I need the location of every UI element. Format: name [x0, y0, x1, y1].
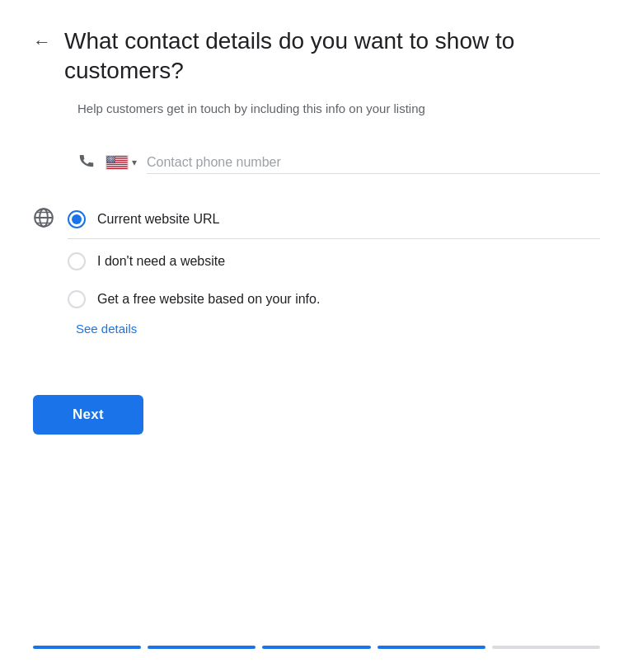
page-subtitle: Help customers get in touch by including… — [77, 100, 600, 119]
svg-point-36 — [114, 161, 115, 162]
svg-point-40 — [113, 162, 114, 162]
website-section: Current website URL I don't need a websi… — [33, 204, 600, 336]
svg-point-39 — [111, 162, 112, 162]
svg-point-14 — [107, 157, 108, 157]
progress-segment-3 — [262, 646, 370, 649]
svg-point-30 — [111, 159, 112, 160]
svg-rect-9 — [107, 165, 128, 166]
country-code-dropdown[interactable]: ▾ — [106, 155, 137, 170]
next-button[interactable]: Next — [33, 395, 143, 435]
svg-rect-10 — [107, 167, 128, 167]
radio-label-free-website: Get a free website based on your info. — [97, 292, 320, 307]
page-title: What contact details do you want to show… — [64, 26, 600, 87]
website-header-row: Current website URL I don't need a websi… — [33, 204, 600, 318]
radio-option-no-website[interactable]: I don't need a website — [68, 242, 600, 280]
svg-point-23 — [107, 158, 108, 159]
svg-rect-7 — [107, 163, 128, 164]
radio-label-current-url: Current website URL — [97, 212, 220, 227]
svg-point-15 — [109, 157, 110, 157]
radio-option-current-url[interactable]: Current website URL — [68, 204, 600, 239]
radio-no-website[interactable] — [68, 252, 86, 270]
progress-bar — [0, 646, 633, 672]
progress-segment-1 — [33, 646, 141, 649]
svg-point-24 — [109, 158, 110, 159]
svg-point-17 — [112, 157, 113, 157]
svg-rect-11 — [107, 167, 128, 168]
progress-segment-4 — [377, 646, 485, 649]
svg-point-33 — [109, 161, 110, 162]
svg-point-32 — [107, 161, 108, 162]
svg-point-34 — [110, 161, 111, 162]
phone-section: ▾ — [33, 151, 600, 174]
globe-icon — [33, 207, 54, 234]
see-details-link[interactable]: See details — [76, 322, 600, 336]
svg-point-31 — [113, 159, 114, 160]
header-row: ← What contact details do you want to sh… — [33, 26, 600, 87]
radio-options: Current website URL I don't need a websi… — [68, 204, 600, 318]
svg-point-21 — [111, 157, 112, 158]
svg-point-22 — [113, 157, 114, 158]
phone-icon — [77, 151, 96, 174]
progress-segment-5 — [492, 646, 600, 649]
svg-point-18 — [114, 157, 115, 157]
radio-label-no-website: I don't need a website — [97, 254, 225, 269]
radio-free-website[interactable] — [68, 290, 86, 308]
radio-option-free-website[interactable]: Get a free website based on your info. — [68, 280, 600, 318]
svg-point-27 — [114, 158, 115, 159]
progress-segment-2 — [148, 646, 256, 649]
page-container: ← What contact details do you want to sh… — [0, 0, 633, 461]
radio-current-url[interactable] — [68, 210, 86, 228]
svg-point-20 — [110, 157, 110, 158]
svg-point-28 — [108, 159, 109, 160]
svg-point-16 — [110, 157, 111, 157]
svg-point-25 — [110, 158, 111, 159]
svg-point-26 — [112, 158, 113, 159]
svg-point-35 — [112, 161, 113, 162]
chevron-down-icon: ▾ — [132, 157, 137, 168]
svg-point-37 — [108, 162, 109, 162]
svg-point-19 — [108, 157, 109, 158]
phone-input[interactable] — [147, 152, 600, 174]
us-flag-icon — [106, 155, 129, 170]
back-button[interactable]: ← — [33, 31, 51, 53]
svg-point-38 — [110, 162, 110, 162]
svg-point-29 — [110, 159, 110, 160]
svg-rect-12 — [107, 168, 128, 169]
svg-rect-8 — [107, 164, 128, 165]
phone-row: ▾ — [77, 151, 600, 174]
